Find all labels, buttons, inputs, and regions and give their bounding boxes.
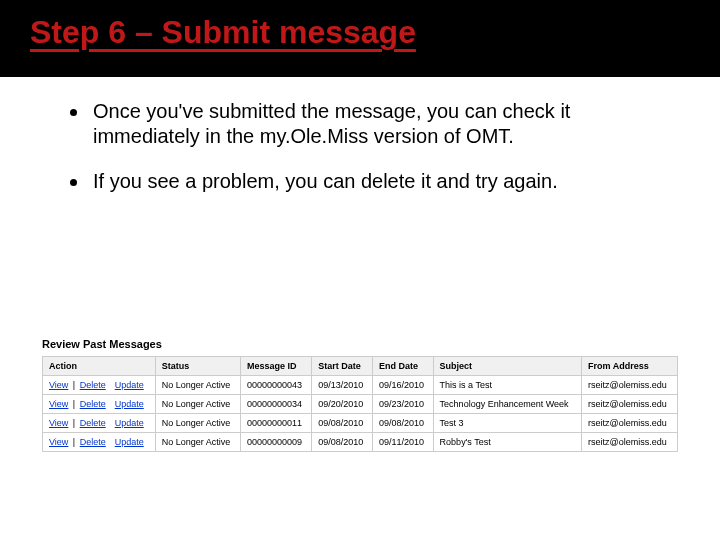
col-status: Status (155, 357, 240, 376)
bullet-item: Once you've submitted the message, you c… (70, 99, 670, 149)
col-from: From Address (582, 357, 678, 376)
bullet-text: Once you've submitted the message, you c… (93, 99, 670, 149)
separator (106, 437, 115, 447)
cell-message-id: 00000000034 (241, 395, 312, 414)
messages-table: Action Status Message ID Start Date End … (42, 356, 678, 452)
col-message-id: Message ID (241, 357, 312, 376)
slide-title: Step 6 – Submit message (0, 0, 720, 77)
update-link[interactable]: Update (115, 380, 144, 390)
cell-status: No Longer Active (155, 414, 240, 433)
cell-start-date: 09/20/2010 (312, 395, 373, 414)
bullet-dot-icon (70, 109, 77, 116)
cell-action: View | Delete Update (43, 376, 156, 395)
update-link[interactable]: Update (115, 399, 144, 409)
cell-start-date: 09/13/2010 (312, 376, 373, 395)
cell-action: View | Delete Update (43, 414, 156, 433)
col-action: Action (43, 357, 156, 376)
separator: | (68, 418, 79, 428)
separator: | (68, 437, 79, 447)
table-header-row: Action Status Message ID Start Date End … (43, 357, 678, 376)
cell-end-date: 09/08/2010 (372, 414, 433, 433)
update-link[interactable]: Update (115, 418, 144, 428)
col-end-date: End Date (372, 357, 433, 376)
slide-body: Once you've submitted the message, you c… (0, 77, 720, 224)
view-link[interactable]: View (49, 380, 68, 390)
table-row: View | Delete UpdateNo Longer Active0000… (43, 433, 678, 452)
cell-end-date: 09/23/2010 (372, 395, 433, 414)
bullet-text: If you see a problem, you can delete it … (93, 169, 558, 194)
cell-from: rseitz@olemiss.edu (582, 414, 678, 433)
cell-message-id: 00000000009 (241, 433, 312, 452)
separator: | (68, 399, 79, 409)
col-start-date: Start Date (312, 357, 373, 376)
view-link[interactable]: View (49, 399, 68, 409)
separator: | (68, 380, 79, 390)
cell-status: No Longer Active (155, 376, 240, 395)
cell-action: View | Delete Update (43, 395, 156, 414)
screenshot-heading: Review Past Messages (42, 338, 678, 350)
delete-link[interactable]: Delete (80, 380, 106, 390)
embedded-screenshot: Review Past Messages Action Status Messa… (42, 338, 678, 452)
view-link[interactable]: View (49, 437, 68, 447)
cell-from: rseitz@olemiss.edu (582, 433, 678, 452)
bullet-dot-icon (70, 179, 77, 186)
delete-link[interactable]: Delete (80, 399, 106, 409)
col-subject: Subject (433, 357, 581, 376)
cell-end-date: 09/16/2010 (372, 376, 433, 395)
cell-subject: Robby's Test (433, 433, 581, 452)
cell-start-date: 09/08/2010 (312, 414, 373, 433)
cell-subject: Test 3 (433, 414, 581, 433)
table-row: View | Delete UpdateNo Longer Active0000… (43, 395, 678, 414)
cell-action: View | Delete Update (43, 433, 156, 452)
view-link[interactable]: View (49, 418, 68, 428)
table-row: View | Delete UpdateNo Longer Active0000… (43, 376, 678, 395)
cell-start-date: 09/08/2010 (312, 433, 373, 452)
cell-message-id: 00000000043 (241, 376, 312, 395)
update-link[interactable]: Update (115, 437, 144, 447)
cell-from: rseitz@olemiss.edu (582, 376, 678, 395)
cell-message-id: 00000000011 (241, 414, 312, 433)
cell-status: No Longer Active (155, 433, 240, 452)
cell-status: No Longer Active (155, 395, 240, 414)
cell-subject: This is a Test (433, 376, 581, 395)
separator (106, 399, 115, 409)
table-row: View | Delete UpdateNo Longer Active0000… (43, 414, 678, 433)
separator (106, 418, 115, 428)
delete-link[interactable]: Delete (80, 437, 106, 447)
cell-subject: Technology Enhancement Week (433, 395, 581, 414)
cell-end-date: 09/11/2010 (372, 433, 433, 452)
delete-link[interactable]: Delete (80, 418, 106, 428)
bullet-item: If you see a problem, you can delete it … (70, 169, 670, 194)
cell-from: rseitz@olemiss.edu (582, 395, 678, 414)
separator (106, 380, 115, 390)
